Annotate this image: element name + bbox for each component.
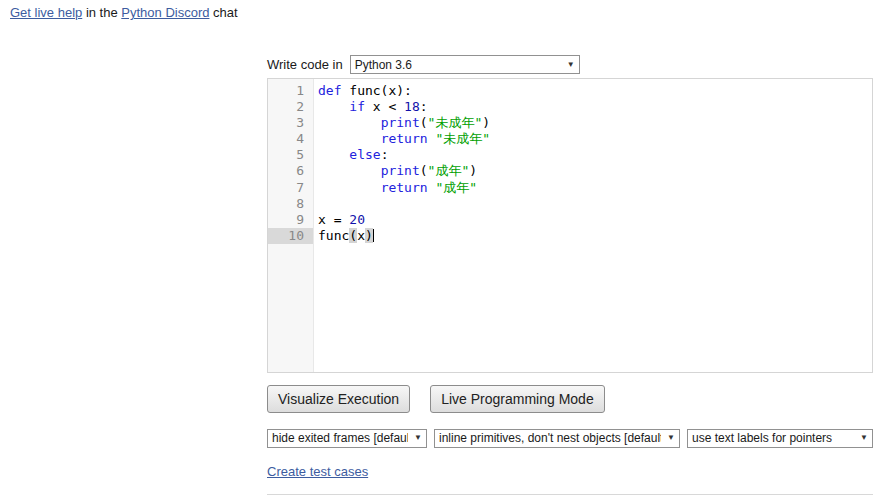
token-plain <box>318 131 381 146</box>
token-plain: ) <box>482 115 490 130</box>
token-plain <box>318 115 381 130</box>
help-bar-text: in the <box>82 5 121 20</box>
token-string: "成年" <box>435 180 477 195</box>
token-plain <box>318 180 381 195</box>
code-line: print("未成年") <box>318 115 872 131</box>
token-plain <box>318 147 349 162</box>
token-matching-bracket: ) <box>365 228 373 243</box>
line-number: 1 <box>268 83 313 99</box>
token-plain: ) <box>469 163 477 178</box>
token-matching-bracket: ( <box>349 228 357 243</box>
live-programming-mode-button[interactable]: Live Programming Mode <box>430 385 605 413</box>
action-buttons: Visualize Execution Live Programming Mod… <box>267 385 873 413</box>
token-plain: x <box>357 228 365 243</box>
line-number: 7 <box>268 180 313 196</box>
create-test-cases-row: Create test cases <box>267 464 873 479</box>
token-plain: : <box>381 147 389 162</box>
code-line: return "未成年" <box>318 131 872 147</box>
code-line: func(x) <box>318 228 872 244</box>
token-plain: x < <box>365 99 404 114</box>
language-select[interactable]: Python 3.6 <box>350 55 580 74</box>
token-string: "未成年" <box>435 131 490 146</box>
line-number: 8 <box>268 196 313 212</box>
object-rendering-select[interactable]: inline primitives, don't nest objects [d… <box>434 429 680 448</box>
language-row: Write code in Python 3.6 ▼ <box>267 55 873 74</box>
token-keyword: return <box>381 180 428 195</box>
token-string: "成年" <box>428 163 470 178</box>
code-line: else: <box>318 147 872 163</box>
main-column: Write code in Python 3.6 ▼ 12345678910 d… <box>267 0 873 500</box>
token-plain: ( <box>420 115 428 130</box>
visualize-execution-button[interactable]: Visualize Execution <box>267 385 410 413</box>
line-number: 6 <box>268 163 313 179</box>
write-code-in-label: Write code in <box>267 57 343 72</box>
token-builtin: print <box>381 163 420 178</box>
line-number: 9 <box>268 212 313 228</box>
create-test-cases-link[interactable]: Create test cases <box>267 464 368 479</box>
code-line: print("成年") <box>318 163 872 179</box>
code-line: if x < 18: <box>318 99 872 115</box>
token-plain <box>318 99 349 114</box>
token-keyword: else <box>349 147 380 162</box>
token-string: "未成年" <box>428 115 483 130</box>
live-help-bar: Get live help in the Python Discord chat <box>10 5 238 20</box>
get-live-help-link[interactable]: Get live help <box>10 5 82 20</box>
token-plain <box>318 163 381 178</box>
line-number: 2 <box>268 99 313 115</box>
token-plain: x = <box>318 212 349 227</box>
exited-frames-select[interactable]: hide exited frames [default] <box>267 429 427 448</box>
line-number: 10 <box>268 228 313 244</box>
token-number: 18 <box>404 99 420 114</box>
code-editor[interactable]: 12345678910 def func(x): if x < 18: prin… <box>267 78 873 373</box>
help-bar-text: chat <box>209 5 237 20</box>
code-line: def func(x): <box>318 83 872 99</box>
visualization-options-row: hide exited frames [default] ▼ inline pr… <box>267 428 873 448</box>
token-builtin: print <box>381 115 420 130</box>
line-number-gutter: 12345678910 <box>268 79 314 372</box>
code-line: return "成年" <box>318 180 872 196</box>
token-plain: : <box>420 99 428 114</box>
code-area[interactable]: def func(x): if x < 18: print("未成年") ret… <box>314 79 872 372</box>
code-line: x = 20 <box>318 212 872 228</box>
token-plain: ( <box>420 163 428 178</box>
python-discord-link[interactable]: Python Discord <box>121 5 209 20</box>
pointer-labels-select[interactable]: use text labels for pointers <box>687 429 873 448</box>
token-plain: func <box>318 228 349 243</box>
token-keyword: return <box>381 131 428 146</box>
token-keyword: if <box>349 99 365 114</box>
code-line <box>318 196 872 212</box>
divider <box>267 494 873 495</box>
text-cursor <box>373 229 374 242</box>
line-number: 5 <box>268 147 313 163</box>
line-number: 3 <box>268 115 313 131</box>
token-plain: func(x): <box>341 83 411 98</box>
token-keyword: def <box>318 83 341 98</box>
token-number: 20 <box>349 212 365 227</box>
line-number: 4 <box>268 131 313 147</box>
